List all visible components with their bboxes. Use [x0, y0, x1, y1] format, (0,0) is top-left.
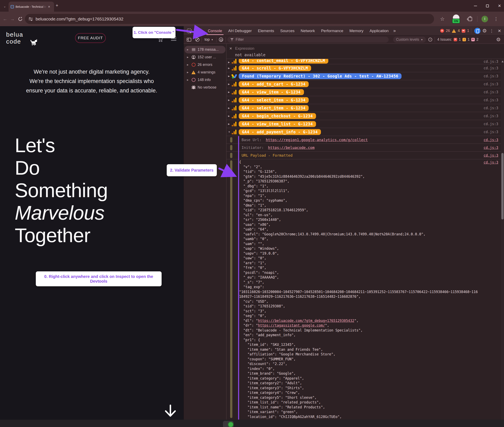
source-link[interactable]: cd.js:3 — [484, 130, 498, 134]
source-link[interactable]: cd.js:3 — [484, 153, 498, 158]
sidebar-item-error[interactable]: ▶26 errors — [184, 61, 226, 69]
tab-search-button[interactable]: ⌄ — [2, 4, 7, 9]
console-message-row[interactable]: ▼GA4 - add_payment_info - G-1234cd.js:3 — [226, 128, 504, 136]
tab-application[interactable]: Application — [367, 26, 392, 35]
expand-arrow-icon[interactable]: ▶ — [228, 83, 232, 85]
log-levels-dropdown[interactable]: Custom levels ▼ — [393, 37, 426, 43]
source-link[interactable]: cd.js:3 — [484, 90, 498, 94]
forward-button[interactable]: → — [9, 12, 16, 26]
context-selector[interactable]: top ▼ — [205, 38, 213, 42]
extensions-puzzle-icon[interactable] — [468, 16, 473, 22]
live-expression-eye-icon[interactable] — [219, 38, 223, 42]
source-link[interactable]: cd.js:3 — [484, 146, 498, 150]
tab-ah-debugger[interactable]: AH Debugger — [225, 26, 255, 35]
console-message-row[interactable]: ▶GA4 - select_item - G-1234cd.js:3 — [226, 96, 504, 104]
scrollbar-up-icon[interactable] — [502, 61, 504, 62]
free-audit-button[interactable]: FREE AUDIT — [75, 33, 106, 43]
bookmark-star-icon[interactable]: ☆ — [440, 12, 445, 26]
expand-arrow-icon[interactable]: ▶ — [228, 99, 232, 101]
console-message-row[interactable]: ▶Found (Temporary Redirect) - 302 - Goog… — [226, 72, 504, 80]
devtools-menu-icon[interactable]: ⋮ — [489, 28, 495, 33]
expand-arrow-icon[interactable]: ▶ — [187, 56, 189, 58]
expand-arrow-icon[interactable]: ▶ — [228, 75, 232, 77]
initiator-link[interactable]: https://beluacode.com — [268, 145, 315, 150]
collapse-arrow-icon[interactable]: ▼ — [228, 131, 232, 133]
profile-avatar[interactable]: I — [481, 16, 488, 22]
console-message-row[interactable]: ▶GA4 - contact_email - G-VFY3HCNZLMcd.js… — [226, 59, 504, 64]
base-url-link[interactable]: https://region1.google-analytics.com/g/c… — [266, 138, 368, 142]
window-close-button[interactable]: ✕ — [498, 3, 501, 8]
source-link[interactable]: cd.js:3 — [484, 60, 498, 64]
console-scrollbar[interactable] — [501, 59, 504, 420]
expand-arrow-icon[interactable]: ▶ — [228, 61, 232, 64]
site-settings-icon[interactable] — [29, 17, 33, 21]
tab-memory[interactable]: Memory — [346, 26, 367, 35]
tab-console[interactable]: Console — [205, 26, 225, 35]
inspect-element-icon[interactable] — [187, 29, 191, 33]
sidebar-item-info[interactable]: ▶148 info — [184, 76, 226, 84]
console-error-icon[interactable]: ✕ — [440, 29, 444, 33]
browser-menu-icon[interactable]: ⋮ — [494, 12, 498, 26]
source-link[interactable]: cd.js:3 — [484, 74, 498, 78]
source-link[interactable]: cd.js:3 — [484, 98, 498, 102]
console-warning-icon[interactable] — [452, 29, 456, 33]
sidebar-item-warning[interactable]: ▶4 warnings — [184, 69, 226, 76]
tab-network[interactable]: Network — [298, 26, 318, 35]
expand-arrow-icon[interactable]: ▶ — [187, 64, 189, 66]
console-message-row[interactable]: ▶GA4 - view_item - G-1234cd.js:3 — [226, 88, 504, 96]
source-link[interactable]: cd.js:3 — [484, 160, 498, 165]
tab-elements[interactable]: Elements — [255, 26, 277, 35]
issues-bar[interactable]: 4 Issues: 1 ! 1 2 — [437, 38, 478, 42]
console-message-row[interactable]: ▶GA4 - add_to_cart - G-1234cd.js:3 — [226, 80, 504, 88]
reload-button[interactable] — [17, 12, 24, 26]
blue-device-extension-icon[interactable] — [474, 28, 481, 34]
console-message-row[interactable]: ▶GA4 - scroll - G-VFY3HCNZLMcd.js:3 — [226, 64, 504, 72]
extension-on-badge[interactable]: ON — [452, 15, 461, 23]
console-message-row[interactable]: ▶GA4 - select_item - G-1234cd.js:3 — [226, 104, 504, 112]
back-button[interactable]: ← — [2, 12, 8, 26]
payload-url-link[interactable]: https://beluacode.com/?gtm_debug=1765129… — [258, 319, 354, 323]
payload-url-link[interactable]: https://tagassistant.google.com/ — [258, 323, 325, 328]
console-message-row[interactable]: ▶GA4 - begin_checkout - G-1234cd.js:3 — [226, 112, 504, 120]
devtools-settings-icon[interactable]: ⚙ — [482, 28, 487, 33]
scroll-down-arrow-icon[interactable] — [164, 404, 177, 419]
sidebar-toggle-icon[interactable] — [187, 38, 191, 42]
source-link[interactable]: cd.js:3 — [484, 122, 498, 126]
sidebar-item-bug[interactable]: No verbose — [184, 84, 226, 91]
expand-arrow-icon[interactable]: ▶ — [187, 71, 189, 73]
expand-arrow-icon[interactable]: ▶ — [228, 91, 232, 93]
clear-console-icon[interactable] — [195, 38, 199, 42]
sidebar-item-user[interactable]: ▶152 user ... — [184, 53, 226, 61]
source-link[interactable]: cd.js:3 — [484, 106, 498, 110]
console-message-icon[interactable] — [462, 29, 465, 33]
device-toolbar-icon[interactable] — [194, 29, 199, 33]
expand-arrow-icon[interactable]: ▶ — [187, 48, 189, 51]
tab-sources[interactable]: Sources — [277, 26, 298, 35]
tab-close-icon[interactable]: ✕ — [48, 5, 50, 8]
filter-input[interactable]: Filter — [228, 37, 389, 43]
source-link[interactable]: cd.js:3 — [484, 138, 498, 142]
tab-performance[interactable]: Performance — [318, 26, 346, 35]
source-link[interactable]: cd.js:3 — [484, 82, 498, 86]
source-link[interactable]: cd.js:3 — [484, 66, 498, 70]
expand-arrow-icon[interactable]: ▶ — [228, 115, 232, 117]
address-bar[interactable]: beluacode.com/?gtm_debug=1765129305432 — [25, 14, 434, 24]
new-tab-button[interactable]: + — [56, 3, 58, 8]
expand-arrow-icon[interactable]: ▶ — [228, 123, 232, 125]
expand-arrow-icon[interactable]: ▶ — [228, 67, 232, 69]
window-minimize-button[interactable] — [474, 6, 477, 6]
devtools-close-icon[interactable]: ✕ — [496, 28, 501, 33]
expression-close-icon[interactable]: ✕ — [229, 46, 232, 51]
expand-arrow-icon[interactable]: ▶ — [228, 107, 232, 109]
window-maximize-button[interactable] — [486, 5, 489, 7]
more-tabs-icon[interactable]: » — [392, 28, 397, 34]
browser-tab[interactable]: Beluacode - Technical Implemen ✕ — [8, 2, 54, 12]
scrollbar-thumb[interactable] — [501, 153, 504, 219]
sidebar-item-list[interactable]: ▶178 messa... — [184, 46, 225, 53]
site-logo[interactable]: belua code — [6, 31, 23, 45]
headline-line: ensure your data is accurate, reliable, … — [6, 86, 177, 95]
source-link[interactable]: cd.js:3 — [484, 114, 498, 118]
console-settings-icon[interactable]: ⚙ — [496, 37, 501, 42]
console-message-row[interactable]: ▶GA4 - view_item_list - G-1234cd.js:3 — [226, 120, 504, 128]
expand-arrow-icon[interactable]: ▶ — [187, 79, 189, 81]
